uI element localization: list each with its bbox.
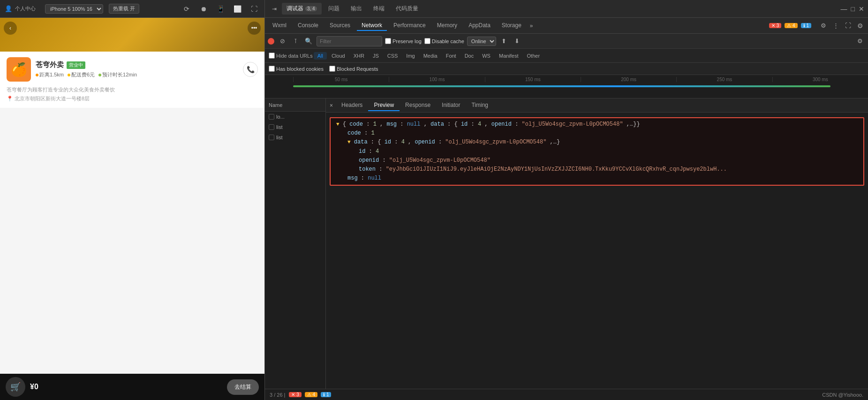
list-item-lo-checkbox[interactable] [269, 114, 274, 120]
json-code-line: code : 1 [331, 129, 863, 138]
detail-tab-preview[interactable]: Preview [368, 100, 400, 111]
close-icon[interactable]: ✕ [859, 5, 864, 13]
list-item-lo[interactable]: lo... [265, 112, 325, 122]
status-badges: ✕ 3 ⚠ 4 ℹ 1 [289, 392, 332, 397]
net-tab-appdata[interactable]: AppData [464, 21, 495, 31]
restaurant-desc: 苍穹餐厅为顾客打造专业的大众化美食外卖餐饮 [7, 86, 258, 93]
json-id-key-root: id [461, 121, 468, 128]
list-item-list2-checkbox[interactable] [269, 135, 274, 140]
json-code-val-2: 1 [371, 130, 374, 136]
upload-icon[interactable]: ⬆ [499, 36, 509, 46]
detail-tab-response[interactable]: Response [400, 100, 436, 111]
type-btn-ws[interactable]: WS [478, 52, 494, 60]
dot-orange [36, 74, 38, 76]
blocked-cookies-label[interactable]: Has blocked cookies [269, 66, 324, 72]
disable-cache-checkbox[interactable] [424, 38, 430, 44]
checkout-btn[interactable]: 去结算 [227, 379, 259, 395]
detail-close-btn[interactable]: × [330, 102, 333, 109]
gear-settings-icon[interactable]: ⚙ [855, 21, 865, 31]
type-btn-manifest[interactable]: Manifest [495, 52, 522, 60]
forward-icon[interactable]: ⇥ [269, 3, 280, 15]
name-header-text: Name [269, 102, 282, 108]
device-select[interactable]: iPhone 5 100% 16 [45, 4, 103, 14]
root-expand-arrow[interactable]: ▼ [336, 121, 340, 127]
gear-icon-right[interactable]: ⚙ [855, 36, 865, 46]
more-btn[interactable]: ••• [248, 22, 261, 35]
json-data-key: data [354, 139, 368, 145]
preserve-log-checkbox[interactable] [385, 38, 391, 44]
type-btn-js[interactable]: JS [369, 52, 383, 60]
net-tab-storage[interactable]: Storage [497, 21, 526, 31]
kebab-icon[interactable]: ⋮ [830, 21, 841, 31]
hot-reload-btn[interactable]: 热重载 开 [109, 4, 139, 14]
type-btn-doc[interactable]: Doc [461, 52, 478, 60]
throttle-select[interactable]: Online [467, 37, 496, 46]
type-btn-all[interactable]: All [314, 52, 327, 60]
type-btn-media[interactable]: Media [420, 52, 441, 60]
type-btn-img[interactable]: Img [402, 52, 418, 60]
json-highlighted-container: ▼ { code : 1 , msg : null , data : { id [330, 117, 864, 186]
net-tab-sources[interactable]: Sources [325, 21, 355, 31]
tab-issues[interactable]: 问题 [324, 3, 344, 15]
fullscreen-icon[interactable]: ⛶ [843, 21, 853, 31]
tab-code-quality[interactable]: 代码质量 [391, 3, 423, 15]
record-btn[interactable] [268, 38, 274, 45]
device-icon[interactable]: 📱 [215, 3, 226, 15]
tab-debugger[interactable]: 调试器 3, 4 [282, 3, 322, 15]
detail-tab-timing[interactable]: Timing [466, 100, 494, 111]
type-btn-other[interactable]: Other [523, 52, 544, 60]
back-btn[interactable]: ‹ [4, 22, 17, 35]
blocked-cookies-checkbox[interactable] [269, 66, 275, 72]
hide-data-urls-text: Hide data URLs [276, 53, 313, 59]
net-tab-more[interactable]: » [528, 21, 535, 30]
record-icon[interactable]: ⏺ [198, 3, 209, 15]
restaurant-info: 苍穹外卖 营业中 距离1.5km 配送费6元 [36, 60, 238, 78]
device-selector-area: iPhone 5 100% 16 热重载 开 [45, 4, 139, 14]
tick-300ms: 300 ms [772, 77, 868, 82]
disable-cache-label[interactable]: Disable cache [424, 38, 464, 44]
stop-btn[interactable]: ⊘ [277, 36, 287, 46]
filter-input[interactable] [317, 36, 382, 46]
phone-call-icon[interactable]: 📞 [243, 62, 258, 77]
list-item-list-1[interactable]: list [265, 122, 325, 132]
type-btn-xhr[interactable]: XHR [350, 52, 368, 60]
settings-icon[interactable]: ⚙ [818, 21, 829, 31]
net-tab-performance[interactable]: Performance [389, 21, 430, 31]
open-badge: 营业中 [67, 61, 85, 69]
top-bar: 👤 个人中心 iPhone 5 100% 16 热重载 开 ⟳ ⏺ 📱 ⬜ ⛶ [0, 0, 264, 18]
net-tab-console[interactable]: Console [293, 21, 323, 31]
filter-icon[interactable]: ⊺ [290, 36, 301, 46]
time-label: 预计时长12min [102, 71, 137, 78]
type-btn-css[interactable]: CSS [384, 52, 402, 60]
blocked-requests-label[interactable]: Blocked Requests [329, 66, 378, 72]
maximize-icon[interactable]: □ [851, 5, 855, 13]
list-item-list-2[interactable]: list [265, 132, 325, 143]
distance-label: 距离1.5km [39, 71, 64, 78]
split-icon[interactable]: ⬜ [232, 3, 243, 15]
status-info-badge: ℹ 1 [321, 392, 331, 397]
data-expand-arrow[interactable]: ▼ [347, 139, 351, 145]
cart-icon[interactable]: 🛒 [6, 377, 25, 397]
expand-icon[interactable]: ⛶ [249, 3, 260, 15]
list-item-list1-checkbox[interactable] [269, 124, 274, 130]
net-tab-wxml[interactable]: Wxml [268, 21, 291, 31]
tab-terminal[interactable]: 终端 [369, 3, 389, 15]
net-tab-network[interactable]: Network [357, 21, 387, 31]
menu-content-area [0, 112, 264, 299]
hide-data-urls-checkbox[interactable] [269, 53, 275, 59]
hide-data-urls-label[interactable]: Hide data URLs [269, 53, 313, 59]
type-btn-font[interactable]: Font [442, 52, 460, 60]
blocked-requests-checkbox[interactable] [329, 66, 335, 72]
rotate-icon[interactable]: ⟳ [181, 3, 192, 15]
detail-tab-initiator[interactable]: Initiator [436, 100, 466, 111]
user-label: CSDN @Yishooo. [822, 392, 863, 398]
type-btn-cloud[interactable]: Cloud [328, 52, 349, 60]
tab-output[interactable]: 输出 [346, 3, 367, 15]
net-tab-memory[interactable]: Memory [432, 21, 462, 31]
download-icon[interactable]: ⬇ [512, 36, 522, 46]
detail-tab-headers[interactable]: Headers [336, 100, 368, 111]
minimize-icon[interactable]: — [841, 5, 847, 13]
preserve-log-label[interactable]: Preserve log [385, 38, 422, 44]
time-tag: 预计时长12min [98, 71, 137, 78]
search-icon[interactable]: 🔍 [303, 36, 314, 46]
